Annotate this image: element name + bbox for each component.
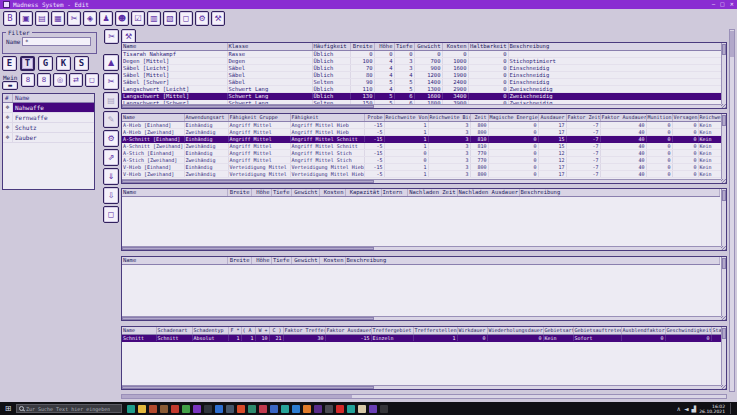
settings-button[interactable]: ⚙ xyxy=(103,130,119,147)
app-7-icon[interactable] xyxy=(193,405,201,413)
column-header[interactable]: Faktor Zeit xyxy=(566,114,600,122)
copy-out-button[interactable]: ⇗ xyxy=(103,149,119,166)
target-button[interactable]: ◎ xyxy=(53,73,67,87)
column-header[interactable]: Faktor Ausdauer xyxy=(325,327,371,335)
table-row[interactable]: Langschwert [Mittel]Schwert LangÜblich13… xyxy=(122,93,723,100)
app-9-icon[interactable] xyxy=(215,405,223,413)
column-header[interactable]: C ) xyxy=(269,327,283,335)
scissors-button[interactable]: ✂ xyxy=(67,11,81,26)
column-header[interactable]: Beschreibung xyxy=(519,189,719,197)
column-header[interactable]: Schadenart xyxy=(156,327,192,335)
app-10-icon[interactable] xyxy=(226,405,234,413)
column-header[interactable]: Versagen xyxy=(672,114,698,122)
app-1-icon[interactable] xyxy=(127,405,135,413)
scissors-side-button[interactable]: ✂ xyxy=(103,73,119,90)
app-14-icon[interactable] xyxy=(270,405,278,413)
column-header[interactable]: Ausblendfaktor xyxy=(621,327,665,335)
column-header[interactable]: Reichweite Bis xyxy=(428,114,470,122)
app-12-icon[interactable] xyxy=(248,405,256,413)
column-header[interactable]: Faktor Treffer xyxy=(283,327,325,335)
chart-button[interactable]: ▥ xyxy=(147,11,161,26)
resize-grip[interactable] xyxy=(721,104,726,108)
panel-horizontal-scrollbar[interactable] xyxy=(121,394,727,399)
faces-button[interactable]: ☻ xyxy=(115,11,129,26)
table-row[interactable]: Säbel [Schwer]SäbelSelten9055140024000Ei… xyxy=(122,79,723,86)
column-header[interactable]: Gewicht xyxy=(414,43,442,51)
import-tray-button[interactable]: ⇓ xyxy=(103,168,119,185)
app-23-icon[interactable] xyxy=(369,405,377,413)
table-row[interactable]: Säbel [Mittel]SäbelÜblich8044120019000Ei… xyxy=(122,72,723,79)
column-header[interactable]: Haltbarkeit xyxy=(468,43,508,51)
column-header[interactable]: Gewicht xyxy=(291,189,319,197)
horizontal-scrollbar[interactable] xyxy=(122,385,721,389)
letter-g-button[interactable]: G xyxy=(38,56,53,71)
swap-button[interactable]: ⇄ xyxy=(69,73,83,87)
list-item-zauber[interactable]: ❖Zauber xyxy=(3,133,94,143)
table-row[interactable]: V-Hieb [Einhand]EinhändigVerteidigung Mi… xyxy=(122,164,727,171)
volume-button[interactable]: ◄ xyxy=(684,406,689,412)
resize-grip[interactable] xyxy=(721,316,726,320)
column-header[interactable]: Name xyxy=(122,43,227,51)
table-row[interactable]: A-Schnitt [Einhand]EinhändigAngriff Mitt… xyxy=(122,136,727,143)
column-header[interactable]: Anwendungsart xyxy=(184,114,228,122)
resize-grip[interactable] xyxy=(721,179,726,183)
chain-a-button[interactable]: 8 xyxy=(21,73,35,87)
list-column-header[interactable]: # xyxy=(3,94,13,102)
column-header[interactable]: Treffergebiet xyxy=(371,327,413,335)
horizontal-scrollbar[interactable] xyxy=(122,104,721,108)
app-15-icon[interactable] xyxy=(281,405,289,413)
briefcase-button[interactable]: ▣ xyxy=(19,11,33,26)
horizontal-scrollbar[interactable] xyxy=(122,179,721,183)
list-item-fernwaffe[interactable]: ❖Fernwaffe xyxy=(3,113,94,123)
column-header[interactable]: Fähigkeit xyxy=(290,114,364,122)
column-header[interactable]: Kosten xyxy=(319,257,345,265)
horizontal-scrollbar[interactable] xyxy=(122,316,721,320)
grid-button[interactable]: ▦ xyxy=(51,11,65,26)
app-19-icon[interactable] xyxy=(325,405,333,413)
column-header[interactable]: Intern xyxy=(381,189,407,197)
column-header[interactable]: Beschreibung xyxy=(345,257,719,265)
list-item-schutz[interactable]: ❖Schutz xyxy=(3,123,94,133)
column-header[interactable]: Kosten xyxy=(319,189,345,197)
wrench-button[interactable]: ⚒ xyxy=(211,11,225,26)
vertical-scrollbar[interactable] xyxy=(721,114,726,179)
vertical-scrollbar[interactable] xyxy=(721,43,726,104)
app-22-icon[interactable] xyxy=(358,405,366,413)
transport-button[interactable]: ▧ xyxy=(163,11,177,26)
column-header[interactable]: Kosten xyxy=(442,43,468,51)
resize-grip[interactable] xyxy=(721,246,726,250)
column-header[interactable]: Magische Energie xyxy=(488,114,538,122)
app-18-icon[interactable] xyxy=(314,405,322,413)
column-header[interactable]: ( A * xyxy=(241,327,255,335)
tray-expand-button[interactable]: ∧ xyxy=(677,406,681,412)
column-header[interactable]: Trefferstellen xyxy=(413,327,457,335)
column-header[interactable]: Breite xyxy=(227,189,251,197)
table-row[interactable]: Tisarah NahkampfRasseÜblich000000 xyxy=(122,51,723,58)
book-button[interactable]: ▤ xyxy=(35,11,49,26)
table-row[interactable]: Langschwert [Leicht]Schwert LangÜblich11… xyxy=(122,86,723,93)
column-header[interactable]: Zeit xyxy=(470,114,488,122)
column-header[interactable]: Höhe xyxy=(251,189,271,197)
vertical-scrollbar[interactable] xyxy=(721,327,726,385)
app-16-icon[interactable] xyxy=(292,405,300,413)
table-row[interactable]: A-Schnitt [Zweihand]ZweihändigAngriff Mi… xyxy=(122,143,727,150)
app-3-icon[interactable] xyxy=(149,405,157,413)
column-header[interactable]: Höhe xyxy=(251,257,271,265)
column-header[interactable]: Name xyxy=(122,327,156,335)
letter-k-button[interactable]: K xyxy=(56,56,71,71)
app-2-icon[interactable] xyxy=(138,405,146,413)
app-17-icon[interactable] xyxy=(303,405,311,413)
table-row[interactable]: Degen [Mittel]DegenÜblich1004370010000St… xyxy=(122,58,723,65)
column-header[interactable]: Gewicht xyxy=(291,257,319,265)
app-21-icon[interactable] xyxy=(347,405,355,413)
app-8-icon[interactable] xyxy=(204,405,212,413)
new-file-button[interactable]: ◻ xyxy=(179,11,193,26)
column-header[interactable]: Häufigkeit xyxy=(312,43,350,51)
column-header[interactable]: Klasse xyxy=(227,43,312,51)
column-header[interactable]: Gebietsauftreten xyxy=(573,327,621,335)
table-row[interactable]: A-Hieb [Zweihand]ZweihändigAngriff Mitte… xyxy=(122,129,727,136)
horizontal-scrollbar[interactable] xyxy=(122,246,721,250)
table-row[interactable]: Säbel [Leicht]SäbelÜblich704390016000Ein… xyxy=(122,65,723,72)
app-20-icon[interactable] xyxy=(336,405,344,413)
app-13-icon[interactable] xyxy=(259,405,267,413)
